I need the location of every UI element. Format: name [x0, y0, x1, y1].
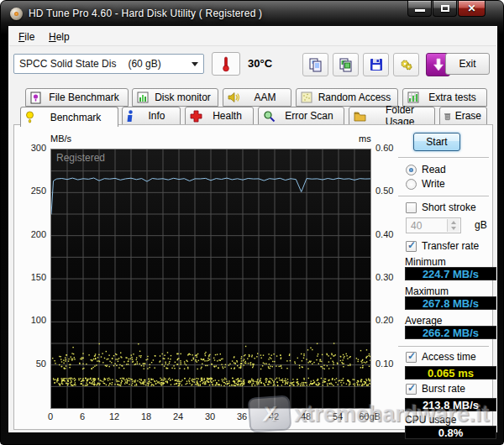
app-window: HD Tune Pro 4.60 - Hard Disk Utility ( R… — [0, 0, 504, 445]
save-icon — [369, 57, 384, 72]
average-label: Average — [405, 315, 442, 327]
axis-tick-label: 0.40 — [375, 229, 406, 239]
app-logo-icon — [10, 8, 23, 20]
right-axis-unit: ms — [359, 134, 371, 144]
axis-tick-label: 0.20 — [375, 315, 406, 325]
tab-benchmark[interactable]: Benchmark — [20, 107, 118, 127]
transfer-rate-checkbox[interactable] — [406, 241, 417, 252]
menu-bar: File Help — [9, 27, 496, 46]
drive-name: SPCC Solid State Dis — [19, 58, 116, 70]
burst-rate-row[interactable]: Burst rate — [406, 383, 465, 395]
write-radio[interactable] — [406, 179, 417, 190]
chevron-down-icon — [192, 62, 198, 66]
minimize-icon — [415, 9, 425, 12]
options-button[interactable] — [393, 53, 419, 76]
maximum-value: 267.8 MB/s — [405, 296, 496, 310]
capacity-spinner[interactable]: 40 — [406, 217, 461, 233]
minimum-value: 224.7 MB/s — [405, 267, 496, 280]
window-title: HD Tune Pro 4.60 - Hard Disk Utility ( R… — [29, 8, 262, 19]
copy-image-icon — [339, 57, 354, 72]
average-value: 266.2 MB/s — [405, 326, 496, 339]
axis-tick-label: 0.10 — [375, 359, 406, 369]
spinner-arrows-icon[interactable] — [447, 219, 459, 232]
toolbar: SPCC Solid State Dis (60 gB) 30°C — [9, 47, 496, 87]
axis-tick-label: 18 — [132, 411, 160, 421]
cpu-usage-label: CPU usage — [405, 414, 456, 426]
menu-help[interactable]: Help — [45, 30, 73, 44]
lightbulb-icon — [25, 111, 34, 124]
axis-tick-label: 48 — [291, 411, 320, 421]
disk-monitor-icon — [137, 92, 149, 103]
axis-tick-label: 36 — [228, 411, 256, 421]
read-radio-row[interactable]: Read — [406, 164, 446, 175]
axis-tick-label: 6 — [68, 411, 97, 421]
options-icon — [399, 57, 414, 72]
chart-canvas — [51, 149, 370, 408]
tab-info[interactable]: Info — [122, 107, 181, 125]
tab-disk-monitor[interactable]: Disk monitor — [132, 88, 218, 107]
random-access-icon — [301, 92, 312, 103]
maximum-label: Maximum — [405, 285, 449, 297]
temperature-value: 30°C — [248, 57, 272, 70]
tab-aam[interactable]: AAM — [223, 88, 291, 107]
access-time-row[interactable]: Access time — [406, 351, 476, 363]
save-button[interactable] — [363, 53, 389, 76]
axis-tick-label: 24 — [164, 411, 192, 421]
write-radio-row[interactable]: Write — [406, 178, 445, 190]
extra-tests-icon — [407, 92, 419, 103]
axis-tick-label: 12 — [100, 411, 129, 421]
axis-tick-label: 42 — [260, 411, 288, 421]
axis-tick-label: 0 — [36, 411, 65, 421]
drive-capacity: (60 gB) — [128, 58, 160, 70]
title-bar[interactable]: HD Tune Pro 4.60 - Hard Disk Utility ( R… — [1, 1, 503, 26]
file-benchmark-icon — [30, 92, 41, 104]
registered-watermark: Registered — [56, 152, 105, 164]
axis-tick-label: 0.30 — [375, 272, 406, 282]
burst-rate-checkbox[interactable] — [406, 384, 417, 395]
copy-image-button[interactable] — [333, 53, 359, 76]
axis-tick-label: 150 — [19, 272, 46, 282]
tab-erase[interactable]: Erase — [439, 107, 487, 125]
short-stroke-checkbox[interactable] — [406, 202, 417, 213]
maximize-button[interactable] — [433, 1, 457, 17]
cpu-usage-value: 0.8% — [405, 426, 496, 439]
magnifier-icon — [263, 110, 276, 123]
access-time-checkbox[interactable] — [406, 352, 417, 363]
close-button[interactable]: ✕ — [458, 1, 486, 17]
minimum-label: Minimum — [405, 256, 446, 268]
minimize-button[interactable] — [407, 1, 432, 17]
read-radio[interactable] — [406, 165, 417, 175]
folder-icon — [354, 111, 366, 122]
burst-rate-value: 213.8 MB/s — [405, 398, 496, 411]
axis-tick-label: 30 — [196, 411, 224, 421]
tab-folder-usage[interactable]: Folder Usage — [349, 107, 435, 125]
axis-tick-label: 50 — [19, 359, 46, 369]
axis-tick-label: 250 — [19, 186, 46, 196]
axis-tick-label: 54 — [323, 411, 352, 421]
tab-health[interactable]: Health — [185, 107, 254, 125]
copy-text-button[interactable] — [302, 53, 328, 76]
client-area: File Help SPCC Solid State Dis (60 gB) 3… — [8, 26, 497, 432]
tab-error-scan[interactable]: Error Scan — [258, 107, 344, 125]
short-stroke-row[interactable]: Short stroke — [406, 202, 476, 213]
axis-tick-label: 300 — [19, 143, 46, 153]
axis-tick-label: 200 — [19, 229, 46, 239]
access-time-value: 0.065 ms — [405, 366, 496, 380]
transfer-rate-row[interactable]: Transfer rate — [406, 240, 479, 252]
axis-tick-label: 60gB — [355, 411, 384, 421]
tab-file-benchmark[interactable]: File Benchmark — [25, 88, 129, 107]
start-button[interactable]: Start — [413, 133, 460, 151]
menu-file[interactable]: File — [15, 30, 38, 44]
info-icon — [127, 110, 134, 123]
capture-icon — [433, 58, 444, 71]
close-icon: ✕ — [459, 3, 485, 14]
trash-icon — [444, 110, 451, 123]
drive-select[interactable]: SPCC Solid State Dis (60 gB) — [13, 54, 204, 74]
temperature-button[interactable] — [212, 52, 240, 76]
benchmark-chart: Registered — [50, 149, 371, 409]
exit-button[interactable]: Exit — [445, 53, 490, 75]
maximize-icon — [441, 5, 449, 12]
copy-text-icon — [308, 57, 323, 72]
speaker-icon — [228, 92, 240, 103]
health-cross-icon — [190, 110, 202, 123]
